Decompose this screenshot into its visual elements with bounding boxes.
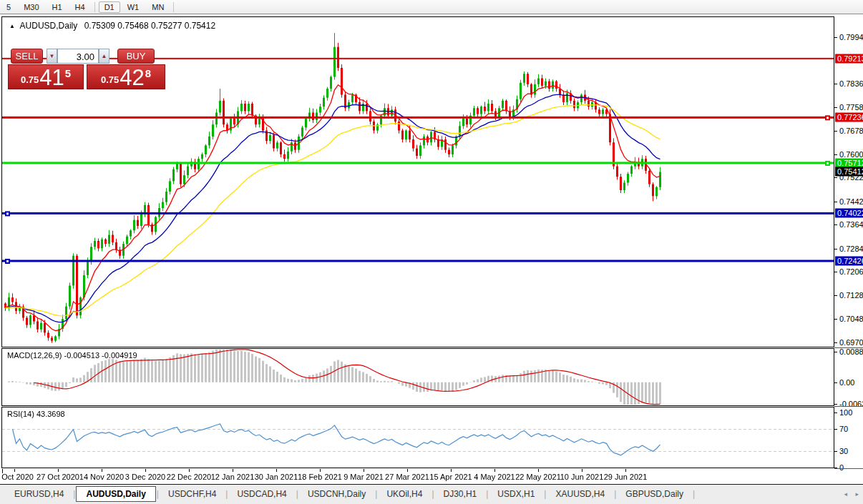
timeframe-toolbar: 5M30H1H4D1W1MN [0, 0, 863, 14]
symbol-tab-gbpusd-daily[interactable]: GBPUSD,Daily [617, 487, 692, 501]
price-axis-tick: 0.72060 [839, 267, 863, 276]
tab-separator: | [486, 489, 488, 499]
price-axis[interactable]: 0.799400.783600.775800.767800.760000.752… [834, 16, 863, 483]
tab-separator: | [544, 489, 546, 499]
symbol-tab-usdcnh-daily[interactable]: USDCNH,Daily [299, 487, 374, 501]
sell-price-pip: 5 [65, 67, 71, 79]
tab-scroll-left-icon[interactable]: ◂ [844, 490, 847, 498]
sell-button[interactable]: SELL [11, 49, 43, 64]
date-axis[interactable]: 8 Oct 202027 Oct 202014 Nov 20203 Dec 20… [0, 469, 863, 484]
tab-separator: | [157, 489, 159, 499]
macd-indicator-panel: MACD(12,26,9) -0.004513 -0.004919 [1, 348, 834, 406]
price-axis-tick: 0.70480 [839, 315, 863, 323]
date-axis-tick [14, 469, 15, 472]
price-axis-tick: 0.72840 [839, 244, 863, 253]
volume-input[interactable] [57, 49, 99, 64]
price-axis-tick: 0.71280 [839, 291, 863, 300]
price-axis-tick: 0.79940 [839, 33, 863, 41]
date-axis-label: 27 Oct 2020 [36, 473, 79, 481]
symbol-tab-usdchf-h4[interactable]: USDCHF,H4 [160, 487, 225, 501]
price-axis-tick: 0.69700 [839, 338, 863, 347]
date-axis-tick [145, 469, 146, 472]
date-axis-label: 15 Apr 2021 [429, 473, 472, 481]
timeframe-button-d1[interactable]: D1 [99, 1, 120, 13]
price-level-label: 0.72426 [835, 257, 863, 266]
date-axis-label: 18 Feb 2021 [298, 473, 342, 481]
symbol-tab-eurusd-h4[interactable]: EURUSD,H4 [6, 487, 72, 501]
price-axis-tick: 0.77580 [839, 103, 863, 112]
buy-price-pip: 8 [145, 67, 151, 79]
timeframe-button-mn[interactable]: MN [146, 1, 170, 13]
macd-label: MACD(12,26,9) -0.004513 -0.004919 [7, 351, 137, 360]
tab-separator: | [614, 489, 616, 499]
date-axis-label: 9 Mar 2021 [343, 473, 384, 481]
date-axis-tick [364, 469, 364, 472]
price-axis-tick: 0.74420 [839, 197, 863, 206]
volume-increase-button[interactable]: ▲ [99, 49, 109, 64]
date-axis-label: 27 Mar 2021 [385, 473, 429, 481]
rsi-axis-tick: 100 [839, 408, 852, 417]
buy-price-box[interactable]: 0.75428 [87, 64, 165, 89]
date-axis-tick [451, 469, 452, 472]
chart-symbol-label: AUDUSD,Daily [20, 21, 78, 31]
timeframe-button-5[interactable]: 5 [1, 1, 16, 13]
price-level-label: 0.79213 [835, 54, 863, 63]
chart-ohlc-values: 0.75309 0.75468 0.75277 0.75412 [84, 21, 216, 31]
tab-separator: | [375, 489, 377, 499]
symbol-tab-usdx-h1[interactable]: USDX,H1 [489, 487, 543, 501]
axis-panel-divider [834, 347, 863, 348]
price-level-label: 0.74022 [835, 209, 863, 218]
date-axis-label: 12 Jan 2021 [211, 473, 255, 481]
rsi-axis-tick: 30 [839, 447, 848, 455]
buy-price-base: 0.75 [101, 74, 119, 85]
date-axis-label: 30 Jan 2021 [255, 473, 298, 481]
tab-separator: | [693, 489, 695, 499]
date-axis-tick [189, 469, 190, 472]
price-chart-panel: ▲ AUDUSD,Daily 0.75309 0.75468 0.75277 0… [1, 16, 834, 347]
rsi-canvas[interactable] [2, 407, 834, 468]
symbol-tab-ukoil-h4[interactable]: UKOil,H4 [378, 487, 431, 501]
symbol-tab-audusd-daily[interactable]: AUDUSD,Daily [76, 486, 155, 502]
axis-panel-divider [834, 406, 863, 407]
rsi-axis-tick: 70 [839, 425, 848, 433]
timeframe-button-h4[interactable]: H4 [69, 1, 91, 13]
date-axis-label: 22 May 2021 [515, 473, 561, 481]
collapse-arrow-icon[interactable]: ▲ [9, 23, 15, 29]
price-level-label: 0.77236 [835, 113, 863, 122]
rsi-label: RSI(14) 43.3698 [7, 410, 65, 418]
symbol-tab-bar: EURUSD,H4|AUDUSD,Daily|USDCHF,H4|USDCAD,… [0, 484, 863, 503]
date-axis-tick [494, 469, 495, 472]
price-level-label: 0.75412 [835, 167, 863, 177]
date-axis-label: 8 Oct 2020 [0, 473, 34, 481]
symbol-tab-usdcad-h4[interactable]: USDCAD,H4 [228, 487, 295, 501]
timeframe-button-m30[interactable]: M30 [18, 1, 44, 13]
rsi-indicator-panel: RSI(14) 43.3698 [1, 407, 834, 468]
one-click-trade-widget: SELL ▼ ▲ BUY 0.75415 0.75428 [8, 49, 165, 89]
date-axis-tick [407, 469, 408, 472]
date-axis-tick [233, 469, 233, 472]
price-axis-tick: 0.73640 [839, 220, 863, 229]
date-axis-tick [582, 469, 582, 472]
macd-axis-tick: -0.00632 [839, 400, 863, 408]
price-axis-tick: 0.78360 [839, 79, 863, 88]
price-axis-tick: 0.76780 [839, 127, 863, 135]
date-axis-label: 10 Jun 2021 [560, 473, 604, 481]
chart-title: ▲ AUDUSD,Daily 0.75309 0.75468 0.75277 0… [9, 21, 215, 31]
timeframe-button-h1[interactable]: H1 [47, 1, 68, 13]
volume-decrease-button[interactable]: ▼ [47, 49, 57, 64]
buy-button[interactable]: BUY [117, 49, 155, 64]
date-axis-tick [625, 469, 626, 472]
sell-price-box[interactable]: 0.75415 [8, 64, 84, 89]
timeframe-button-w1[interactable]: W1 [122, 1, 145, 13]
toolbar-separator [94, 2, 95, 12]
tab-separator: | [296, 489, 298, 499]
sell-price-base: 0.75 [21, 74, 39, 85]
date-axis-label: 3 Dec 2020 [125, 473, 165, 481]
tab-scroll-right-icon[interactable]: ▸ [855, 490, 859, 498]
date-axis-label: 29 Jun 2021 [604, 473, 648, 481]
tab-separator: | [432, 489, 434, 499]
symbol-tab-dj30-h1[interactable]: DJ30,H1 [435, 487, 486, 501]
date-axis-tick [538, 469, 539, 472]
date-axis-tick [276, 469, 277, 472]
symbol-tab-xauusd-h4[interactable]: XAUUSD,H4 [547, 487, 613, 501]
